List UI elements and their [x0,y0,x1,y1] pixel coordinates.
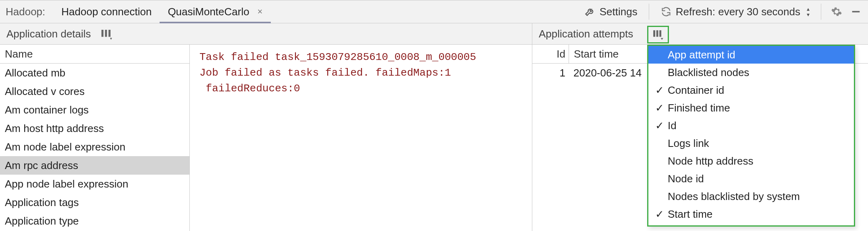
log-lines: Task failed task_1593079285610_0008_m_00… [199,50,522,97]
refresh-button[interactable]: Refresh: every 30 seconds ▴▾ [656,4,814,20]
application-details-title: Application details [6,28,91,40]
svg-rect-3 [108,30,110,37]
svg-rect-1 [101,30,103,37]
list-item[interactable]: Application type [0,212,189,230]
dropdown-option-label: Id [668,120,677,132]
list-item[interactable]: Application tags [0,193,189,212]
name-column-header[interactable]: Name [0,45,189,64]
dropdown-option[interactable]: ✓Id [648,117,854,134]
svg-rect-5 [653,30,655,37]
settings-label: Settings [600,6,638,18]
column-chooser-button[interactable] [100,28,112,40]
check-icon: ✓ [654,120,665,132]
svg-marker-4 [110,38,112,40]
top-toolbar: Hadoop: Hadoop connection QuasiMonteCarl… [0,0,868,23]
svg-rect-7 [659,30,661,37]
right-panel: Application attempts Id Start time ner i… [532,23,868,231]
svg-rect-2 [105,30,107,37]
dropdown-option[interactable]: Node http address [648,152,854,170]
name-rows: Allocated mbAllocated v coresAm containe… [0,64,189,230]
check-icon: ✓ [654,84,665,97]
dropdown-option-label: Node http address [668,155,753,167]
name-column: Name Allocated mbAllocated v coresAm con… [0,45,190,231]
list-item[interactable]: Am host http address [0,119,189,138]
dropdown-option-label: Logs link [668,137,709,150]
dropdown-option[interactable]: ✓Finished time [648,99,854,117]
wrench-icon [584,6,596,17]
dropdown-option[interactable]: Nodes blacklisted by system [648,188,854,205]
tab-label: Hadoop connection [61,6,152,18]
tab-label: QuasiMonteCarlo [168,6,249,18]
dropdown-option-label: Finished time [668,102,730,114]
left-panel: Application details Name Allocated mbAll… [0,23,532,231]
tab-quasimontecarlo[interactable]: QuasiMonteCarlo × [160,0,270,23]
main-split: Application details Name Allocated mbAll… [0,23,868,231]
minimize-button[interactable] [848,4,864,19]
dropdown-option[interactable]: Node id [648,170,854,188]
dropdown-option[interactable]: App attempt id [648,46,854,64]
settings-button[interactable]: Settings [580,4,642,20]
stepper-icon[interactable]: ▴▾ [807,6,810,17]
left-sub-toolbar: Application details [0,23,532,45]
dropdown-option-label: Node id [668,173,704,185]
column-chooser-button-active[interactable] [647,26,669,43]
list-item[interactable]: Am node label expression [0,138,189,156]
tabs-container: Hadoop: Hadoop connection QuasiMonteCarl… [0,0,271,23]
list-item[interactable]: Allocated mb [0,64,189,82]
gear-button[interactable] [829,4,845,19]
check-icon: ✓ [654,208,665,221]
list-item[interactable]: App node label expression [0,175,189,193]
column-chooser-dropdown[interactable]: App attempt idBlacklisted nodes✓Containe… [647,45,855,227]
col-header-id[interactable]: Id [532,45,569,63]
tabs-prefix: Hadoop: [0,0,53,23]
gear-icon [831,6,842,17]
log-line: Job failed as tasks failed. failedMaps:1 [199,65,522,81]
dropdown-option[interactable]: Logs link [648,134,854,152]
log-column: Task failed task_1593079285610_0008_m_00… [190,45,532,231]
dropdown-option-label: Blacklisted nodes [668,66,749,79]
refresh-icon [660,6,672,17]
list-item[interactable]: Am rpc address [0,156,189,175]
cell-id: 1 [532,64,569,82]
toolbar-spacer [271,0,580,23]
right-sub-toolbar: Application attempts [532,23,868,45]
separator [649,4,649,20]
columns-icon [100,28,112,40]
log-line: Task failed task_1593079285610_0008_m_00… [199,50,522,65]
svg-rect-6 [656,30,658,37]
tab-hadoop-connection[interactable]: Hadoop connection [53,0,160,23]
dropdown-option[interactable]: ✓Container id [648,81,854,99]
check-icon: ✓ [654,102,665,114]
list-item[interactable]: Allocated v cores [0,82,189,101]
application-attempts-title: Application attempts [539,28,633,40]
separator [821,4,821,20]
dropdown-option-label: Container id [668,84,724,97]
close-icon[interactable]: × [257,7,263,16]
list-item[interactable]: Am container logs [0,101,189,119]
dropdown-option[interactable]: Blacklisted nodes [648,64,854,81]
refresh-label: Refresh: every 30 seconds [676,6,800,18]
dropdown-option-label: Start time [668,208,712,221]
left-content: Name Allocated mbAllocated v coresAm con… [0,45,532,231]
dropdown-option-label: App attempt id [668,49,735,61]
columns-icon [652,29,664,40]
dropdown-option[interactable]: ✓Start time [648,205,854,223]
svg-marker-8 [660,38,663,40]
dropdown-option-label: Nodes blacklisted by system [668,190,800,203]
minimize-icon [850,6,862,17]
toolbar-actions: Settings Refresh: every 30 seconds ▴▾ [580,0,868,23]
log-line: failedReduces:0 [199,81,522,97]
